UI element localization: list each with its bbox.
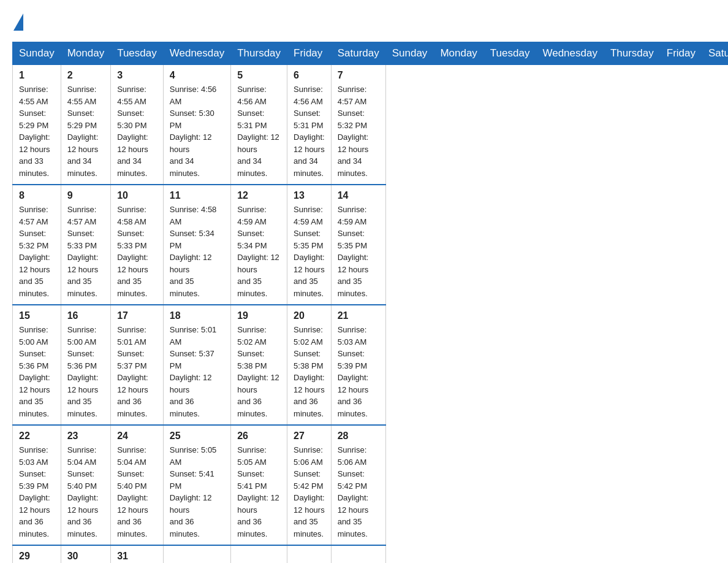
day-number: 31: [117, 551, 157, 562]
day-info: Sunrise: 5:02 AMSunset: 5:38 PMDaylight:…: [294, 325, 325, 418]
week-row-4: 22 Sunrise: 5:03 AMSunset: 5:39 PMDaylig…: [13, 425, 729, 545]
day-number: 17: [117, 310, 157, 321]
day-number: 24: [117, 431, 157, 442]
day-cell: [287, 545, 332, 563]
day-number: 23: [67, 431, 104, 442]
day-cell: 5 Sunrise: 4:56 AMSunset: 5:31 PMDayligh…: [231, 65, 287, 185]
day-info: Sunrise: 4:58 AMSunset: 5:34 PMDaylight:…: [170, 205, 217, 298]
day-info: Sunrise: 4:57 AMSunset: 5:32 PMDaylight:…: [19, 205, 50, 298]
day-cell: [231, 545, 287, 563]
day-number: 30: [67, 551, 104, 562]
day-cell: 6 Sunrise: 4:56 AMSunset: 5:31 PMDayligh…: [287, 65, 332, 185]
day-cell: 22 Sunrise: 5:03 AMSunset: 5:39 PMDaylig…: [13, 425, 61, 545]
day-header-sunday: Sunday: [13, 42, 61, 65]
day-cell: 24 Sunrise: 5:04 AMSunset: 5:40 PMDaylig…: [111, 425, 164, 545]
day-header-friday: Friday: [660, 42, 702, 65]
day-cell: 14 Sunrise: 4:59 AMSunset: 5:35 PMDaylig…: [331, 185, 385, 305]
week-row-5: 29 Sunrise: 5:07 AMSunset: 5:43 PMDaylig…: [13, 545, 729, 563]
day-header-saturday: Saturday: [331, 42, 385, 65]
day-info: Sunrise: 4:56 AMSunset: 5:31 PMDaylight:…: [237, 85, 279, 178]
day-info: Sunrise: 5:04 AMSunset: 5:40 PMDaylight:…: [67, 445, 99, 538]
day-number: 20: [294, 310, 325, 321]
day-cell: 10 Sunrise: 4:58 AMSunset: 5:33 PMDaylig…: [111, 185, 164, 305]
day-header-tuesday: Tuesday: [483, 42, 536, 65]
day-number: 3: [117, 70, 157, 81]
day-header-monday: Monday: [61, 42, 110, 65]
day-cell: 3 Sunrise: 4:55 AMSunset: 5:30 PMDayligh…: [111, 65, 164, 185]
day-cell: 13 Sunrise: 4:59 AMSunset: 5:35 PMDaylig…: [287, 185, 332, 305]
week-row-1: 1 Sunrise: 4:55 AMSunset: 5:29 PMDayligh…: [13, 65, 729, 185]
day-header-thursday: Thursday: [231, 42, 287, 65]
day-info: Sunrise: 4:57 AMSunset: 5:32 PMDaylight:…: [338, 85, 369, 178]
day-cell: 11 Sunrise: 4:58 AMSunset: 5:34 PMDaylig…: [163, 185, 230, 305]
day-info: Sunrise: 4:59 AMSunset: 5:35 PMDaylight:…: [294, 205, 325, 298]
day-info: Sunrise: 5:06 AMSunset: 5:42 PMDaylight:…: [294, 445, 325, 538]
day-cell: 29 Sunrise: 5:07 AMSunset: 5:43 PMDaylig…: [13, 545, 61, 563]
day-number: 19: [237, 310, 281, 321]
day-info: Sunrise: 5:03 AMSunset: 5:39 PMDaylight:…: [19, 445, 50, 538]
day-number: 7: [338, 70, 379, 81]
day-cell: 8 Sunrise: 4:57 AMSunset: 5:32 PMDayligh…: [13, 185, 61, 305]
day-number: 4: [170, 70, 224, 81]
day-cell: 25 Sunrise: 5:05 AMSunset: 5:41 PMDaylig…: [163, 425, 230, 545]
day-number: 9: [67, 190, 104, 201]
day-info: Sunrise: 5:02 AMSunset: 5:38 PMDaylight:…: [237, 325, 279, 418]
day-cell: 28 Sunrise: 5:06 AMSunset: 5:42 PMDaylig…: [331, 425, 385, 545]
day-number: 13: [294, 190, 325, 201]
logo-triangle-icon: [13, 13, 23, 31]
day-info: Sunrise: 5:06 AMSunset: 5:42 PMDaylight:…: [338, 445, 369, 538]
day-info: Sunrise: 4:55 AMSunset: 5:30 PMDaylight:…: [117, 85, 148, 178]
day-info: Sunrise: 5:00 AMSunset: 5:36 PMDaylight:…: [67, 325, 99, 418]
day-cell: 9 Sunrise: 4:57 AMSunset: 5:33 PMDayligh…: [61, 185, 110, 305]
day-header-saturday: Saturday: [702, 42, 728, 65]
day-cell: 16 Sunrise: 5:00 AMSunset: 5:36 PMDaylig…: [61, 305, 110, 425]
day-info: Sunrise: 5:04 AMSunset: 5:40 PMDaylight:…: [117, 445, 148, 538]
day-number: 29: [19, 551, 55, 562]
day-info: Sunrise: 4:59 AMSunset: 5:35 PMDaylight:…: [338, 205, 369, 298]
day-info: Sunrise: 4:56 AMSunset: 5:31 PMDaylight:…: [294, 85, 325, 178]
day-cell: 15 Sunrise: 5:00 AMSunset: 5:36 PMDaylig…: [13, 305, 61, 425]
calendar-table: SundayMondayTuesdayWednesdayThursdayFrid…: [12, 42, 728, 563]
day-number: 1: [19, 70, 55, 81]
week-row-2: 8 Sunrise: 4:57 AMSunset: 5:32 PMDayligh…: [13, 185, 729, 305]
day-cell: 17 Sunrise: 5:01 AMSunset: 5:37 PMDaylig…: [111, 305, 164, 425]
day-cell: 27 Sunrise: 5:06 AMSunset: 5:42 PMDaylig…: [287, 425, 332, 545]
day-info: Sunrise: 4:59 AMSunset: 5:34 PMDaylight:…: [237, 205, 279, 298]
page-header: [12, 12, 716, 29]
header-row: SundayMondayTuesdayWednesdayThursdayFrid…: [13, 42, 729, 65]
day-cell: 30 Sunrise: 5:07 AMSunset: 5:43 PMDaylig…: [61, 545, 110, 563]
day-info: Sunrise: 5:01 AMSunset: 5:37 PMDaylight:…: [117, 325, 148, 418]
day-header-sunday: Sunday: [385, 42, 434, 65]
day-number: 18: [170, 310, 224, 321]
logo: [12, 12, 25, 29]
day-info: Sunrise: 4:57 AMSunset: 5:33 PMDaylight:…: [67, 205, 99, 298]
day-cell: 1 Sunrise: 4:55 AMSunset: 5:29 PMDayligh…: [13, 65, 61, 185]
day-number: 2: [67, 70, 104, 81]
day-number: 16: [67, 310, 104, 321]
day-number: 11: [170, 190, 224, 201]
day-info: Sunrise: 5:01 AMSunset: 5:37 PMDaylight:…: [170, 325, 217, 418]
day-cell: 7 Sunrise: 4:57 AMSunset: 5:32 PMDayligh…: [331, 65, 385, 185]
day-cell: 18 Sunrise: 5:01 AMSunset: 5:37 PMDaylig…: [163, 305, 230, 425]
day-cell: 4 Sunrise: 4:56 AMSunset: 5:30 PMDayligh…: [163, 65, 230, 185]
day-cell: 26 Sunrise: 5:05 AMSunset: 5:41 PMDaylig…: [231, 425, 287, 545]
day-info: Sunrise: 4:58 AMSunset: 5:33 PMDaylight:…: [117, 205, 148, 298]
day-cell: 19 Sunrise: 5:02 AMSunset: 5:38 PMDaylig…: [231, 305, 287, 425]
day-cell: 21 Sunrise: 5:03 AMSunset: 5:39 PMDaylig…: [331, 305, 385, 425]
day-info: Sunrise: 5:05 AMSunset: 5:41 PMDaylight:…: [237, 445, 279, 538]
day-number: 26: [237, 431, 281, 442]
week-row-3: 15 Sunrise: 5:00 AMSunset: 5:36 PMDaylig…: [13, 305, 729, 425]
day-number: 14: [338, 190, 379, 201]
day-cell: 23 Sunrise: 5:04 AMSunset: 5:40 PMDaylig…: [61, 425, 110, 545]
day-header-thursday: Thursday: [604, 42, 660, 65]
day-header-wednesday: Wednesday: [163, 42, 230, 65]
day-number: 8: [19, 190, 55, 201]
day-header-friday: Friday: [287, 42, 332, 65]
day-number: 5: [237, 70, 281, 81]
day-info: Sunrise: 4:56 AMSunset: 5:30 PMDaylight:…: [170, 85, 217, 178]
day-number: 27: [294, 431, 325, 442]
day-number: 28: [338, 431, 379, 442]
day-number: 21: [338, 310, 379, 321]
day-info: Sunrise: 5:03 AMSunset: 5:39 PMDaylight:…: [338, 325, 369, 418]
day-cell: 12 Sunrise: 4:59 AMSunset: 5:34 PMDaylig…: [231, 185, 287, 305]
